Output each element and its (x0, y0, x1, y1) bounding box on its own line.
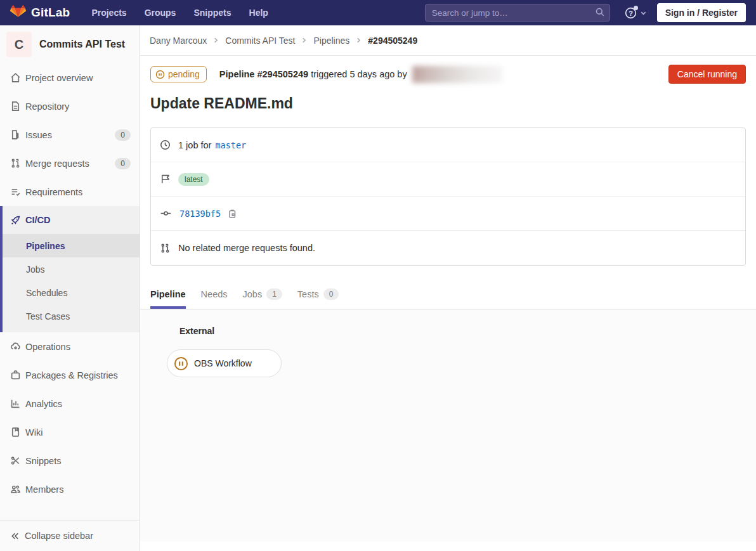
pipeline-summary-box: 1 job for master latest 78139bf5 (150, 127, 746, 266)
double-chevron-left-icon (10, 531, 20, 541)
sidebar-item-operations[interactable]: Operations (0, 332, 140, 361)
sidebar-item-cicd[interactable]: CI/CD (3, 206, 140, 234)
list-check-icon (10, 186, 21, 197)
navbar-link-snippets[interactable]: Snippets (193, 8, 231, 18)
clock-icon (160, 139, 171, 150)
sidebar-subitem-test-cases[interactable]: Test Cases (3, 304, 140, 328)
sidebar-item-project-overview[interactable]: Project overview (0, 63, 140, 92)
book-icon (10, 427, 21, 438)
sidebar-item-issues[interactable]: Issues 0 (0, 120, 140, 149)
sidebar-item-analytics[interactable]: Analytics (0, 389, 140, 418)
navbar-link-help[interactable]: Help (249, 8, 268, 18)
tests-count-badge: 0 (323, 288, 339, 300)
logo-wordmark: GitLab (31, 6, 70, 20)
commit-sha-link[interactable]: 78139bf5 (179, 209, 221, 219)
pipeline-tabs: Pipeline Needs Jobs 1 Tests 0 (140, 282, 756, 309)
page-title: Update README.md (150, 95, 746, 112)
issues-icon (10, 129, 21, 140)
job-obs-workflow[interactable]: OBS Workflow (167, 349, 282, 377)
breadcrumb-separator-icon (356, 37, 362, 43)
chart-icon (10, 398, 21, 409)
breadcrumb-current-pipeline: #294505249 (368, 36, 417, 46)
gitlab-logo[interactable]: GitLab (10, 5, 70, 20)
tab-pipeline[interactable]: Pipeline (150, 282, 186, 309)
users-icon (10, 484, 21, 495)
summary-row-jobs: 1 job for master (151, 128, 745, 162)
search-icon[interactable] (595, 7, 605, 17)
summary-row-merge-requests: No related merge requests found. (151, 231, 745, 265)
summary-row-latest: latest (151, 162, 745, 197)
job-count-text: 1 job for (178, 140, 211, 150)
sidebar-subitem-pipelines[interactable]: Pipelines (3, 234, 140, 257)
issues-count-badge: 0 (115, 129, 131, 141)
status-label: pending (168, 69, 200, 79)
navbar-links: Projects Groups Snippets Help (91, 8, 268, 18)
merge-request-icon (160, 243, 171, 254)
paused-status-icon (174, 356, 188, 371)
sign-in-register-button[interactable]: Sign in / Register (657, 3, 746, 22)
tab-tests[interactable]: Tests 0 (297, 282, 339, 309)
sidebar-subitem-schedules[interactable]: Schedules (3, 281, 140, 304)
project-name: Commits API Test (39, 39, 125, 50)
search-input[interactable] (425, 4, 610, 22)
navbar-link-projects[interactable]: Projects (91, 8, 126, 18)
sidebar-item-members[interactable]: Members (0, 475, 140, 503)
document-icon (10, 101, 21, 112)
tab-jobs[interactable]: Jobs 1 (243, 282, 282, 309)
stage-name: External (179, 309, 756, 336)
branch-link[interactable]: master (215, 140, 246, 150)
tab-needs[interactable]: Needs (201, 282, 228, 309)
redacted-user-avatar[interactable] (412, 66, 502, 83)
no-merge-requests-text: No related merge requests found. (178, 243, 315, 253)
package-icon (10, 370, 21, 380)
flag-icon (160, 174, 171, 185)
top-navbar: GitLab Projects Groups Snippets Help ? (0, 0, 756, 25)
chevron-down-icon (640, 10, 647, 16)
latest-badge: latest (178, 173, 209, 186)
pipeline-graph: External OBS Workflow (140, 309, 756, 541)
breadcrumb-separator-icon (301, 37, 307, 43)
tanuki-icon (10, 5, 26, 20)
cloud-gear-icon (10, 341, 21, 352)
search-box (425, 4, 610, 22)
breadcrumb: Dany Marcoux Commits API Test Pipelines … (140, 25, 756, 56)
project-sidebar: C Commits API Test Project overview Repo… (0, 25, 140, 551)
sidebar-item-snippets[interactable]: Snippets (0, 446, 140, 475)
sidebar-item-packages[interactable]: Packages & Registries (0, 361, 140, 389)
help-menu[interactable]: ? (624, 6, 647, 20)
breadcrumb-pipelines[interactable]: Pipelines (313, 36, 349, 46)
job-name: OBS Workflow (194, 358, 252, 368)
pipeline-status-banner: pending Pipeline #294505249 triggered 5 … (140, 65, 756, 84)
sidebar-item-merge-requests[interactable]: Merge requests 0 (0, 149, 140, 178)
merge-request-icon (10, 158, 21, 169)
sidebar-item-requirements[interactable]: Requirements (0, 178, 140, 206)
jobs-count-badge: 1 (266, 288, 282, 300)
pause-circle-icon (155, 70, 165, 79)
rocket-icon (10, 215, 21, 226)
home-icon (10, 72, 21, 83)
breadcrumb-user[interactable]: Dany Marcoux (150, 36, 207, 46)
navbar-link-groups[interactable]: Groups (145, 8, 176, 18)
collapse-sidebar-button[interactable]: Collapse sidebar (0, 520, 140, 551)
pipeline-id: Pipeline #294505249 (219, 69, 308, 79)
sidebar-subitem-jobs[interactable]: Jobs (3, 257, 140, 281)
scissors-icon (10, 455, 21, 466)
sidebar-item-repository[interactable]: Repository (0, 92, 140, 120)
copy-commit-sha-button[interactable] (227, 209, 237, 219)
project-avatar: C (6, 32, 32, 57)
notification-dot (634, 6, 638, 10)
merge-requests-count-badge: 0 (115, 158, 131, 169)
cancel-running-button[interactable]: Cancel running (668, 65, 746, 84)
main-content: Dany Marcoux Commits API Test Pipelines … (140, 25, 756, 551)
project-context-header[interactable]: C Commits API Test (0, 25, 140, 63)
sidebar-section-cicd: CI/CD Pipelines Jobs Schedules Test Case… (0, 206, 140, 332)
summary-row-commit: 78139bf5 (151, 197, 745, 231)
sidebar-item-wiki[interactable]: Wiki (0, 418, 140, 446)
pipeline-status-badge[interactable]: pending (150, 66, 207, 82)
commit-icon (160, 208, 172, 219)
pipeline-trigger-text: Pipeline #294505249 triggered 5 days ago… (219, 69, 407, 79)
breadcrumb-project[interactable]: Commits API Test (225, 36, 295, 46)
breadcrumb-separator-icon (213, 37, 219, 43)
svg-text:?: ? (629, 9, 633, 16)
